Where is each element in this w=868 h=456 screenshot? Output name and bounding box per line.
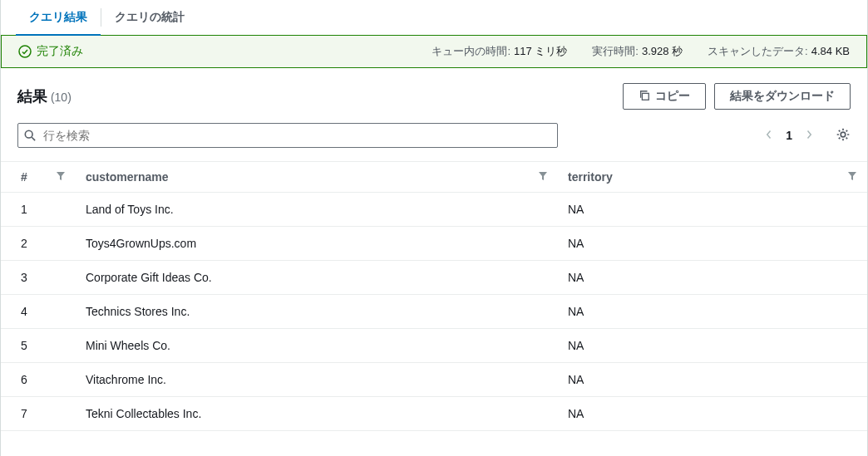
settings-button[interactable] <box>836 127 851 145</box>
filter-icon[interactable] <box>847 170 857 184</box>
success-icon <box>18 45 32 58</box>
cell-index: 4 <box>1 295 76 329</box>
pagination: 1 <box>764 127 851 145</box>
cell-territory: NA <box>558 295 867 329</box>
next-page-button[interactable] <box>804 129 814 142</box>
copy-icon <box>639 90 650 104</box>
cell-customername: Toys4GrownUps.com <box>76 227 558 261</box>
col-customername[interactable]: customername <box>76 162 558 193</box>
svg-point-3 <box>841 132 846 137</box>
cell-index: 6 <box>1 363 76 397</box>
cell-customername: Technics Stores Inc. <box>76 295 558 329</box>
cell-territory: NA <box>558 329 867 363</box>
svg-point-2 <box>25 130 32 138</box>
cell-territory: NA <box>558 363 867 397</box>
col-territory[interactable]: territory <box>558 162 867 193</box>
download-results-button[interactable]: 結果をダウンロード <box>714 83 851 110</box>
cell-customername: Land of Toys Inc. <box>76 193 558 227</box>
cell-customername: Mini Wheels Co. <box>76 329 558 363</box>
prev-page-button[interactable] <box>764 129 774 142</box>
tab-label: クエリ結果 <box>29 10 87 23</box>
table-row[interactable]: 5Mini Wheels Co.NA <box>1 329 867 363</box>
cell-customername: Tekni Collectables Inc. <box>76 397 558 431</box>
run-time: 実行時間:3.928 秒 <box>592 44 683 59</box>
page-number: 1 <box>786 129 792 142</box>
table-row[interactable]: 7Tekni Collectables Inc.NA <box>1 397 867 431</box>
cell-territory: NA <box>558 193 867 227</box>
results-title: 結果 (10) <box>17 86 72 106</box>
status-bar: 完了済み キュー内の時間:117 ミリ秒 実行時間:3.928 秒 スキャンした… <box>1 35 867 68</box>
tab-query-results[interactable]: クエリ結果 <box>16 0 101 35</box>
cell-index: 1 <box>1 193 76 227</box>
status-label: 完了済み <box>37 44 83 59</box>
copy-button[interactable]: コピー <box>623 83 706 110</box>
table-row[interactable]: 3Corporate Gift Ideas Co.NA <box>1 261 867 295</box>
cell-territory: NA <box>558 261 867 295</box>
filter-icon[interactable] <box>538 170 548 184</box>
copy-label: コピー <box>655 89 690 104</box>
cell-customername: Vitachrome Inc. <box>76 363 558 397</box>
tab-label: クエリの統計 <box>115 10 185 23</box>
cell-territory: NA <box>558 397 867 431</box>
search-input[interactable] <box>17 123 558 148</box>
table-row[interactable]: 1Land of Toys Inc.NA <box>1 193 867 227</box>
tab-query-stats[interactable]: クエリの統計 <box>101 0 198 35</box>
results-table: # customername territory 1Land of Toys I… <box>1 161 867 431</box>
filter-icon[interactable] <box>56 170 66 184</box>
cell-customername: Corporate Gift Ideas Co. <box>76 261 558 295</box>
queue-time: キュー内の時間:117 ミリ秒 <box>432 44 567 59</box>
table-row[interactable]: 4Technics Stores Inc.NA <box>1 295 867 329</box>
cell-index: 3 <box>1 261 76 295</box>
cell-index: 2 <box>1 227 76 261</box>
download-label: 結果をダウンロード <box>730 89 835 104</box>
toolbar-row: 1 <box>1 123 867 161</box>
tabs-bar: クエリ結果 クエリの統計 <box>1 0 867 36</box>
search-container <box>17 123 558 148</box>
table-row[interactable]: 6Vitachrome Inc.NA <box>1 363 867 397</box>
cell-index: 7 <box>1 397 76 431</box>
col-index[interactable]: # <box>1 162 76 193</box>
cell-territory: NA <box>558 227 867 261</box>
actions-row: 結果 (10) コピー 結果をダウンロード <box>1 68 867 123</box>
cell-index: 5 <box>1 329 76 363</box>
table-row[interactable]: 2Toys4GrownUps.comNA <box>1 227 867 261</box>
svg-rect-1 <box>642 93 649 100</box>
svg-point-0 <box>19 46 31 57</box>
search-icon <box>24 130 36 141</box>
scanned-data: スキャンしたデータ:4.84 KB <box>708 44 850 59</box>
